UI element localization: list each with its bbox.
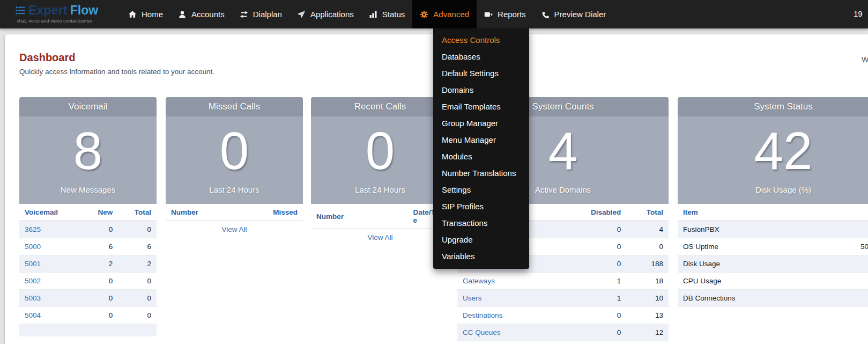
paper-plane-icon (297, 10, 306, 19)
table-cell: CC Queues (457, 324, 563, 341)
dropdown-item[interactable]: Menu Manager (433, 131, 529, 148)
dropdown-item[interactable]: Access Controls (433, 32, 529, 48)
table-cell: 18 (626, 273, 669, 290)
table-link[interactable]: 3625 (25, 225, 41, 233)
recent-calls-card: Recent Calls 0 Last 24 Hours Number Date… (311, 97, 449, 246)
nav-item-status[interactable]: Status (361, 0, 413, 28)
table-cell: FusionPBX (678, 221, 855, 238)
dropdown-item[interactable]: Variables (433, 248, 529, 265)
card-title: Voicemail (19, 97, 157, 116)
table-cell: Destinations (457, 307, 563, 324)
voicemail-table: Voicemail New Total 36250050006650012250… (19, 204, 157, 324)
nav-item-advanced[interactable]: Advanced (412, 0, 477, 28)
nav-item-home[interactable]: Home (121, 0, 170, 28)
card-title: System Status (678, 97, 868, 116)
table-cell: 5003 (19, 290, 83, 307)
nav-item-label: Preview Dialer (554, 10, 606, 19)
table-cell: 13 (626, 307, 669, 324)
column-header-number[interactable]: Number (166, 204, 248, 221)
nav-item-accounts[interactable]: Accounts (170, 0, 232, 28)
table-header-row: Number Date/Time (311, 204, 449, 229)
view-all-link[interactable]: View All (221, 225, 247, 233)
voicemail-card: Voicemail 8 New Messages Voicemail New T… (19, 97, 157, 336)
table-cell: 5004 (19, 307, 83, 324)
table-header-row: Item (678, 204, 868, 221)
table-cell: 0 (563, 221, 626, 238)
dropdown-item[interactable]: Modules (433, 148, 529, 165)
table-link[interactable]: Gateways (463, 277, 495, 285)
nav-item-preview-dialer[interactable]: Preview Dialer (533, 0, 614, 28)
table-header-row: Voicemail New Total (19, 204, 157, 221)
column-header-total[interactable]: Total (118, 204, 157, 221)
card-body: 0 Last 24 Hours (166, 116, 303, 204)
table-cell: 0 (626, 238, 669, 255)
nav-item-applications[interactable]: Applications (290, 0, 361, 28)
column-header-blank (855, 204, 868, 221)
card-title: Missed Calls (166, 97, 303, 116)
dropdown-item[interactable]: Email Templates (433, 98, 529, 115)
table-row: Users110 (457, 290, 669, 307)
table-cell: 5001 (19, 255, 83, 273)
nav-item-label: Advanced (433, 10, 469, 19)
card-title: Recent Calls (311, 97, 449, 116)
column-header-item[interactable]: Item (678, 204, 855, 221)
table-row: Disk Usage (678, 255, 868, 273)
table-cell: 0 (563, 324, 626, 341)
table-cell: 0 (563, 307, 626, 324)
dropdown-item[interactable]: Group Manager (433, 115, 529, 131)
dropdown-item[interactable]: Number Translations (433, 165, 529, 181)
table-link[interactable]: 5004 (25, 311, 41, 319)
dropdown-item[interactable]: Domains (433, 82, 529, 98)
dropdown-item[interactable]: Settings (433, 181, 529, 198)
card-body: 0 Last 24 Hours (311, 116, 449, 204)
main-nav: Home Accounts Dialplan (121, 0, 613, 28)
column-header-total[interactable]: Total (626, 204, 669, 221)
table-link[interactable]: Users (463, 294, 481, 302)
table-cell: 1 (563, 290, 626, 307)
voicemail-count: 8 (19, 116, 157, 180)
dropdown-item[interactable]: Upgrade (433, 231, 529, 248)
table-cell: 0 (563, 238, 626, 255)
recent-calls-table: Number Date/Time View All (311, 204, 449, 246)
column-header-new[interactable]: New (83, 204, 118, 221)
bar-chart-icon (369, 10, 377, 19)
top-navbar: ExpertFlow chat, voice and video contact… (0, 0, 868, 28)
dropdown-item[interactable]: Databases (433, 48, 529, 65)
table-cell (855, 255, 868, 273)
table-link[interactable]: 5001 (25, 260, 41, 268)
nav-item-dialplan[interactable]: Dialplan (232, 0, 290, 28)
dropdown-item[interactable]: SIP Profiles (433, 198, 529, 215)
table-cell: 50 (855, 238, 868, 255)
table-row: CPU Usage (678, 273, 868, 290)
missed-calls-card: Missed Calls 0 Last 24 Hours Number Miss… (166, 97, 303, 238)
view-all-link[interactable]: View All (367, 233, 392, 241)
table-cell: 0 (563, 255, 626, 273)
table-cell: 6 (118, 238, 157, 255)
table-cell: 5000 (19, 238, 83, 255)
dropdown-item[interactable]: Transactions (433, 215, 529, 231)
table-link[interactable]: 5002 (25, 277, 41, 285)
table-row: FusionPBX (678, 221, 868, 238)
table-cell: 12 (626, 324, 669, 341)
table-cell: 3625 (19, 221, 83, 238)
dropdown-item[interactable]: Default Settings (433, 65, 529, 82)
table-header-row: Number Missed (166, 204, 303, 221)
table-link[interactable]: Destinations (463, 311, 502, 319)
table-cell: 2 (83, 255, 118, 273)
app-logo[interactable]: ExpertFlow chat, voice and video contact… (16, 3, 98, 24)
welcome-text: W (862, 55, 868, 64)
table-link[interactable]: 5003 (25, 294, 41, 302)
table-row: DB Connections (678, 290, 868, 307)
table-link[interactable]: 5000 (25, 243, 41, 251)
column-header-voicemail[interactable]: Voicemail (19, 204, 83, 221)
logo-text-secondary: Flow (70, 3, 98, 18)
table-row: Gateways118 (457, 273, 669, 290)
nav-item-reports[interactable]: Reports (477, 0, 533, 28)
table-link[interactable]: CC Queues (463, 328, 501, 336)
missed-calls-count-label: Last 24 Hours (166, 185, 303, 194)
card-body: 8 New Messages (19, 116, 157, 204)
table-cell: 0 (83, 290, 118, 307)
column-header-number[interactable]: Number (311, 204, 408, 229)
column-header-missed[interactable]: Missed (248, 204, 303, 221)
column-header-disabled[interactable]: Disabled (563, 204, 626, 221)
